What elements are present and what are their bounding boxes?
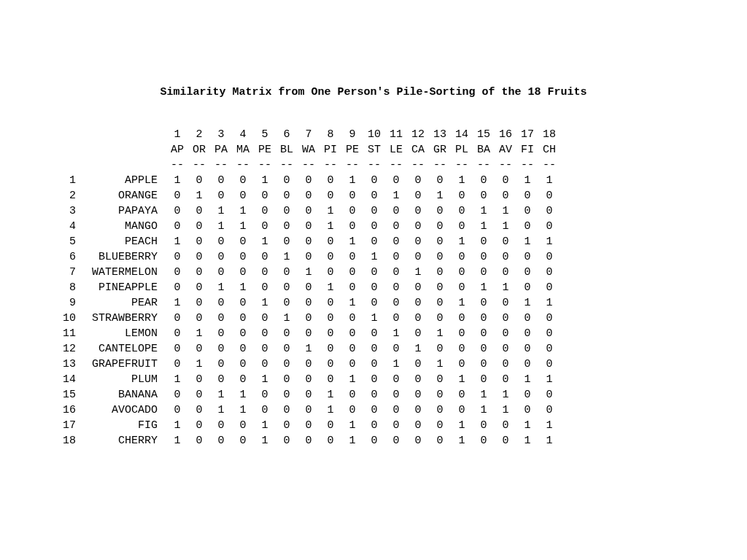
row-index: 13: [55, 357, 76, 372]
matrix-cell: 1: [538, 173, 560, 188]
matrix-cell: 0: [166, 203, 188, 219]
matrix-cell: 1: [254, 433, 276, 448]
matrix-cell: 0: [188, 372, 210, 387]
matrix-cell: 0: [473, 295, 495, 311]
matrix-cell: 0: [473, 173, 495, 188]
col-number: 9: [341, 127, 363, 142]
matrix-cell: 1: [451, 433, 473, 448]
matrix-cell: 1: [232, 219, 254, 234]
matrix-cell: 0: [429, 234, 451, 249]
matrix-cell: 0: [473, 357, 495, 372]
matrix-cell: 0: [473, 311, 495, 326]
col-abbrev: OR: [188, 142, 210, 158]
matrix-cell: 1: [495, 219, 516, 234]
matrix-cell: 0: [451, 249, 473, 265]
matrix-cell: 0: [166, 402, 188, 418]
matrix-cell: 0: [473, 326, 495, 341]
matrix-cell: 0: [188, 219, 210, 234]
row-index: 11: [55, 326, 76, 341]
matrix-cell: 0: [538, 265, 560, 280]
row-name: PAPAYA: [76, 203, 158, 219]
matrix-cell: 0: [341, 249, 363, 265]
col-number: 4: [232, 127, 254, 142]
matrix-cell: 1: [320, 402, 341, 418]
matrix-cell: 0: [320, 326, 341, 341]
matrix-cell: 0: [429, 265, 451, 280]
matrix-cell: 0: [320, 234, 341, 249]
column-numbers-row: 123456789101112131415161718: [55, 127, 560, 142]
matrix-cell: 0: [363, 295, 385, 311]
matrix-cell: 0: [385, 372, 407, 387]
column-abbrev-row: APORPAMAPEBLWAPIPESTLECAGRPLBAAVFICH: [55, 142, 560, 158]
col-abbrev: GR: [429, 142, 451, 158]
row-index: 9: [55, 295, 76, 311]
col-abbrev: MA: [232, 142, 254, 158]
matrix-cell: 1: [516, 433, 538, 448]
matrix-cell: 0: [451, 387, 473, 402]
matrix-cell: 0: [407, 433, 429, 448]
matrix-cell: 0: [473, 372, 495, 387]
col-abbrev: LE: [385, 142, 407, 158]
matrix-cell: 0: [298, 234, 320, 249]
col-divider: --: [166, 158, 188, 173]
matrix-cell: 0: [363, 402, 385, 418]
matrix-cell: 0: [385, 249, 407, 265]
matrix-cell: 0: [166, 311, 188, 326]
matrix-cell: 0: [429, 249, 451, 265]
matrix-cell: 0: [407, 188, 429, 203]
matrix-cell: 0: [254, 280, 276, 295]
matrix-cell: 0: [473, 433, 495, 448]
matrix-cell: 1: [341, 295, 363, 311]
col-divider: --: [385, 158, 407, 173]
col-number: 14: [451, 127, 473, 142]
matrix-cell: 0: [429, 387, 451, 402]
col-divider: --: [516, 158, 538, 173]
matrix-cell: 0: [495, 265, 516, 280]
matrix-cell: 0: [473, 234, 495, 249]
matrix-cell: 1: [385, 357, 407, 372]
matrix-cell: 1: [429, 357, 451, 372]
matrix-cell: 0: [495, 433, 516, 448]
row-index: 7: [55, 265, 76, 280]
matrix-cell: 1: [210, 219, 232, 234]
matrix-cell: 0: [385, 433, 407, 448]
col-divider: --: [473, 158, 495, 173]
matrix-cell: 0: [538, 357, 560, 372]
matrix-cell: 0: [276, 341, 298, 357]
matrix-cell: 0: [363, 234, 385, 249]
matrix-cell: 0: [363, 219, 385, 234]
matrix-cell: 0: [341, 402, 363, 418]
row-name: FIG: [76, 418, 158, 433]
matrix-cell: 1: [473, 387, 495, 402]
matrix-cell: 0: [363, 433, 385, 448]
matrix-cell: 0: [363, 203, 385, 219]
matrix-cell: 1: [516, 173, 538, 188]
matrix-cell: 0: [495, 357, 516, 372]
matrix-cell: 0: [407, 295, 429, 311]
matrix-cell: 0: [298, 418, 320, 433]
matrix-cell: 0: [473, 341, 495, 357]
row-index: 4: [55, 219, 76, 234]
matrix-cell: 0: [341, 326, 363, 341]
matrix-cell: 0: [385, 295, 407, 311]
table-row: 1APPLE100010001000010011: [55, 173, 560, 188]
matrix-cell: 0: [276, 357, 298, 372]
matrix-cell: 0: [538, 387, 560, 402]
matrix-cell: 0: [276, 188, 298, 203]
matrix-cell: 1: [495, 387, 516, 402]
table-row: 12CANTELOPE000000100001000000: [55, 341, 560, 357]
col-divider: --: [451, 158, 473, 173]
row-name: BLUEBERRY: [76, 249, 158, 265]
row-index: 14: [55, 372, 76, 387]
matrix-cell: 0: [254, 326, 276, 341]
table-row: 15BANANA001100010000001100: [55, 387, 560, 402]
col-divider: --: [341, 158, 363, 173]
similarity-matrix: 123456789101112131415161718APORPAMAPEBLW…: [55, 127, 560, 448]
matrix-cell: 1: [210, 280, 232, 295]
row-name: BANANA: [76, 387, 158, 402]
matrix-cell: 0: [276, 265, 298, 280]
matrix-cell: 0: [254, 249, 276, 265]
matrix-cell: 1: [188, 326, 210, 341]
col-abbrev: WA: [298, 142, 320, 158]
matrix-cell: 0: [188, 402, 210, 418]
